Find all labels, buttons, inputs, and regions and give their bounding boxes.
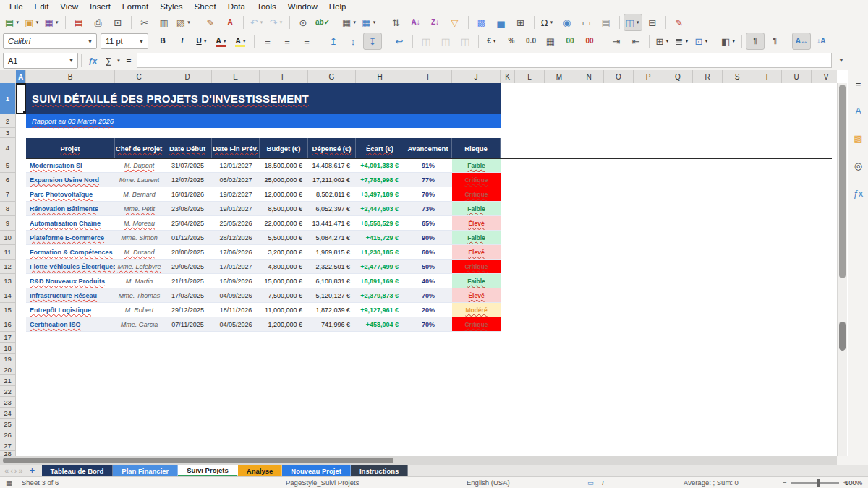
merge-center-button[interactable]: ◫ <box>436 33 455 50</box>
language-status[interactable]: English (USA) <box>467 477 510 488</box>
insert-chart-button[interactable]: ▅ <box>492 14 511 31</box>
budget-cell[interactable]: 4,800,000 € <box>260 260 308 273</box>
risk-badge-cell[interactable]: Critique <box>452 187 501 201</box>
align-center-button[interactable]: ≡ <box>278 33 297 50</box>
progress-cell[interactable]: 77% <box>404 173 452 187</box>
column-header-S[interactable]: S <box>723 70 752 83</box>
merge-cells-button[interactable]: ◫ <box>417 33 435 50</box>
sort-descending-button[interactable]: Z↓ <box>426 14 445 31</box>
decrease-indent-button[interactable]: ⇤ <box>626 33 645 50</box>
end-date-cell[interactable]: 19/02/2027 <box>212 187 260 201</box>
end-date-cell[interactable]: 12/01/2027 <box>212 158 260 172</box>
end-date-cell[interactable]: 16/09/2026 <box>212 274 260 288</box>
project-name-cell[interactable]: Automatisation Chaîne <box>26 216 115 230</box>
progress-cell[interactable]: 50% <box>404 260 452 273</box>
gallery-icon[interactable]: ▩ <box>851 131 866 145</box>
start-date-cell[interactable]: 29/06/2025 <box>163 260 212 273</box>
clone-formatting-button[interactable]: ✎ <box>201 14 220 31</box>
sheet-tab-nouveau-projet[interactable]: Nouveau Projet <box>282 465 351 476</box>
risk-badge-cell[interactable]: Faible <box>452 231 501 244</box>
autofilter-button[interactable]: ▽ <box>446 14 464 31</box>
row-header-22[interactable]: 22 <box>0 386 16 397</box>
project-name-cell[interactable]: Expansion Usine Nord <box>26 173 115 187</box>
start-date-cell[interactable]: 31/07/2025 <box>163 158 212 172</box>
sheet-tab-tableau-de-bord[interactable]: Tableau de Bord <box>42 465 114 476</box>
menu-view[interactable]: View <box>55 0 83 13</box>
risk-badge-cell[interactable]: Faible <box>452 274 501 288</box>
risk-badge-cell[interactable]: Critique <box>452 173 501 187</box>
end-date-cell[interactable]: 17/01/2027 <box>212 260 260 273</box>
budget-cell[interactable]: 12,000,000 € <box>260 187 308 201</box>
column-header-G[interactable]: G <box>308 70 356 83</box>
insert-image-button[interactable]: ▩ <box>472 14 491 31</box>
budget-cell[interactable]: 25,000,000 € <box>260 173 308 187</box>
page-style[interactable]: PageStyle_Suivi Projets <box>286 477 359 488</box>
risk-badge-cell[interactable]: Modéré <box>452 303 501 317</box>
increase-indent-button[interactable]: ⇥ <box>607 33 626 50</box>
variance-cell[interactable]: +2,477,499 € <box>356 260 404 273</box>
copy-button[interactable]: ▥ <box>155 14 174 31</box>
row-header-5[interactable]: 5 <box>0 158 16 173</box>
column-header-M[interactable]: M <box>545 70 574 83</box>
last-sheet-button[interactable]: » <box>18 466 22 475</box>
font-size-combo[interactable]: 11 pt ▼ <box>101 33 148 49</box>
currency-format-button[interactable]: €▼ <box>482 33 501 50</box>
formula-input[interactable] <box>137 53 832 68</box>
split-window-button[interactable]: ⊟ <box>643 14 662 31</box>
column-header-Q[interactable]: Q <box>663 70 693 83</box>
column-header-N[interactable]: N <box>574 70 604 83</box>
progress-cell[interactable]: 73% <box>404 202 452 215</box>
start-date-cell[interactable]: 17/03/2025 <box>163 288 212 302</box>
sum-button[interactable]: ∑ <box>101 53 116 68</box>
row-header-2[interactable]: 2 <box>0 114 16 128</box>
progress-cell[interactable]: 65% <box>404 216 452 230</box>
column-header-E[interactable]: E <box>212 70 260 83</box>
risk-badge-cell[interactable]: Faible <box>452 202 501 215</box>
functions-icon[interactable]: ƒx <box>851 186 866 200</box>
project-name-cell[interactable]: Parc Photovoltaïque <box>26 187 115 201</box>
table-row[interactable]: Modernisation SIM. Dupont31/07/202512/01… <box>26 158 501 173</box>
budget-cell[interactable]: 3,200,000 € <box>260 245 308 259</box>
align-right-button[interactable]: ≡ <box>297 33 316 50</box>
table-columns-button[interactable]: ▦▼ <box>359 14 378 31</box>
column-header-P[interactable]: P <box>634 70 663 83</box>
variance-cell[interactable]: +2,447,603 € <box>356 202 404 215</box>
end-date-cell[interactable]: 28/12/2026 <box>212 231 260 244</box>
font-color-button[interactable]: A▼ <box>212 33 231 50</box>
project-manager-cell[interactable]: M. Martin <box>115 274 163 288</box>
row-header-6[interactable]: 6 <box>0 173 16 187</box>
vertical-scrollbar-thumb[interactable] <box>839 85 846 278</box>
row-header-12[interactable]: 12 <box>0 260 16 274</box>
special-character-button[interactable]: Ω▼ <box>538 14 557 31</box>
function-wizard-button[interactable]: ƒx <box>85 53 101 68</box>
unmerge-cells-button[interactable]: ◫ <box>456 33 475 50</box>
end-date-cell[interactable]: 19/01/2027 <box>212 202 260 215</box>
row-header-20[interactable]: 20 <box>0 364 16 375</box>
risk-badge-cell[interactable]: Critique <box>452 317 501 331</box>
date-format-button[interactable]: ▦ <box>541 33 560 50</box>
sort-button[interactable]: ⇅ <box>387 14 406 31</box>
center-vertically-button[interactable]: ↕ <box>344 33 362 50</box>
risk-badge-cell[interactable]: Critique <box>452 260 501 273</box>
progress-cell[interactable]: 20% <box>404 303 452 317</box>
conditional-formatting-button[interactable]: ◧▼ <box>719 33 738 50</box>
start-date-cell[interactable]: 29/12/2025 <box>163 303 212 317</box>
column-header-T[interactable]: T <box>752 70 782 83</box>
risk-badge-cell[interactable]: Élevé <box>452 216 501 230</box>
end-date-cell[interactable]: 04/09/2026 <box>212 288 260 302</box>
variance-cell[interactable]: +8,891,169 € <box>356 274 404 288</box>
table-row[interactable]: Flotte Véhicules ÉlectriquesMme. Lefebvr… <box>26 260 501 274</box>
project-name-cell[interactable]: Certification ISO <box>26 317 115 331</box>
zoom-slider[interactable] <box>791 482 839 484</box>
column-header-U[interactable]: U <box>782 70 812 83</box>
start-date-cell[interactable]: 16/01/2026 <box>163 187 212 201</box>
row-header-19[interactable]: 19 <box>0 354 16 364</box>
save-button[interactable]: ▦▼ <box>43 14 61 31</box>
row-header-16[interactable]: 16 <box>0 317 16 332</box>
start-date-cell[interactable]: 28/08/2025 <box>163 245 212 259</box>
table-row[interactable]: Rénovation BâtimentsMme. Petit23/08/2025… <box>26 202 501 216</box>
menu-sheet[interactable]: Sheet <box>190 0 221 13</box>
row-header-4[interactable]: 4 <box>0 138 16 158</box>
end-date-cell[interactable]: 05/02/2027 <box>212 173 260 187</box>
spent-cell[interactable]: 14,498,617 € <box>308 158 356 172</box>
